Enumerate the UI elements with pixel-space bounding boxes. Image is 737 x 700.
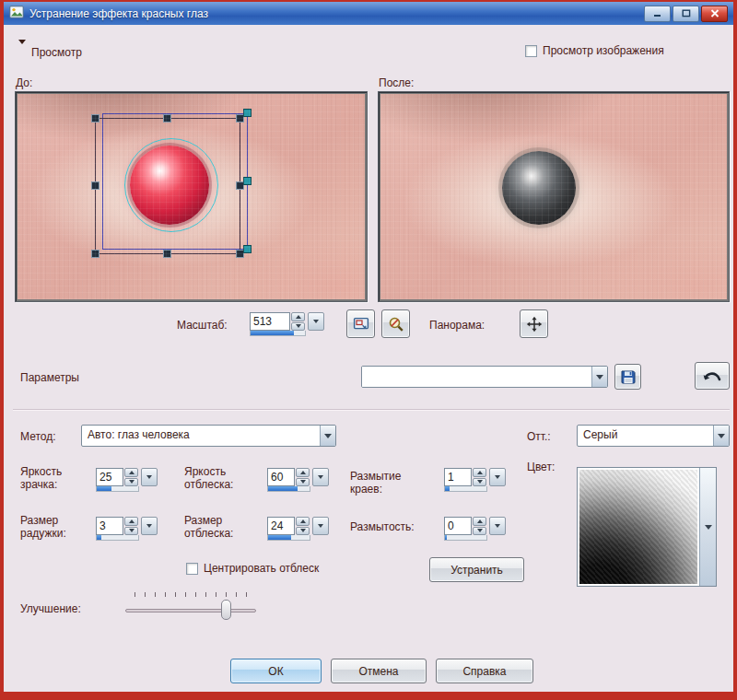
save-icon [620, 368, 637, 385]
refine-label: Улучшение: [20, 602, 81, 615]
method-dropdown-arrow-icon [320, 426, 335, 446]
before-label: До: [16, 76, 32, 89]
slider-thumb[interactable] [221, 600, 231, 620]
reset-to-default-button[interactable] [695, 362, 730, 390]
method-combobox[interactable]: Авто: глаз человека [81, 425, 336, 447]
ok-button[interactable]: ОК [230, 659, 322, 683]
value-meter [267, 486, 310, 492]
presets-label: Параметры [20, 371, 79, 384]
window-title: Устранение эффекта красных глаз [29, 7, 208, 20]
blur-control [444, 517, 509, 542]
zoom-input[interactable] [250, 312, 290, 331]
slider-dropdown-button[interactable] [312, 468, 329, 486]
glint-size-label: Размер отблеска: [184, 514, 258, 540]
before-preview-image[interactable] [18, 94, 365, 299]
pupil-lightness-control [96, 468, 160, 493]
glint-lightness-control [267, 468, 332, 493]
spin-up-button[interactable] [296, 468, 310, 477]
maximize-icon [682, 9, 691, 18]
color-swatch-image [579, 470, 697, 584]
pupil-lightness-label: Яркость зрачка: [20, 465, 81, 491]
slider-dropdown-button[interactable] [312, 517, 329, 535]
after-preview-panel [378, 91, 730, 302]
spin-down-button[interactable] [291, 322, 305, 332]
color-picker[interactable] [577, 467, 717, 587]
hue-label: Отт.: [527, 430, 551, 443]
spin-up-button[interactable] [473, 517, 486, 526]
presets-combobox [361, 366, 608, 388]
selection-handle[interactable] [91, 250, 99, 258]
refine-slider [125, 591, 256, 624]
fit-to-window-icon [353, 316, 369, 332]
hue-dropdown-arrow-icon [713, 426, 729, 446]
zoom-spinner [290, 312, 305, 331]
remove-button[interactable]: Устранить [429, 557, 524, 582]
iris-size-input[interactable] [96, 517, 123, 535]
selection-handle[interactable] [163, 114, 171, 122]
spin-down-button[interactable] [124, 478, 138, 487]
spin-up-button[interactable] [124, 468, 138, 477]
selection-handle[interactable] [91, 114, 99, 122]
after-label: После: [379, 76, 414, 89]
preview-section-toggle[interactable]: Просмотр [18, 44, 82, 61]
spin-down-button[interactable] [296, 478, 310, 487]
iris-size-label: Размер радужки: [20, 514, 81, 540]
value-meter [96, 486, 139, 492]
section-divider [13, 409, 730, 411]
selection-handle[interactable] [91, 181, 99, 190]
presets-input[interactable] [362, 367, 591, 387]
selection-handle[interactable] [163, 250, 171, 258]
spin-down-button[interactable] [124, 527, 138, 536]
pupil-lightness-input[interactable] [96, 468, 123, 486]
spin-up-button[interactable] [473, 468, 486, 477]
center-glint-row: Центрировать отблеск [186, 562, 319, 575]
after-preview-image[interactable] [380, 94, 727, 299]
blur-input[interactable] [444, 517, 472, 535]
spin-up-button[interactable] [124, 517, 138, 526]
slider-track[interactable] [125, 609, 256, 612]
value-meter [267, 535, 310, 541]
selection-handle-secondary[interactable] [243, 109, 252, 117]
zoom-slider-dropdown-button[interactable] [308, 312, 324, 331]
spin-down-button[interactable] [473, 527, 486, 536]
color-label: Цвет: [527, 461, 555, 473]
glint-lightness-input[interactable] [267, 468, 295, 486]
cancel-button[interactable]: Отмена [331, 659, 427, 683]
value-meter [444, 535, 487, 541]
glint-size-input[interactable] [267, 517, 295, 535]
presets-dropdown-button[interactable] [591, 367, 607, 387]
slider-dropdown-button[interactable] [141, 517, 158, 535]
spin-down-button[interactable] [296, 527, 310, 536]
center-glint-checkbox[interactable] [186, 563, 198, 575]
red-eye-dialog: Устранение эффекта красных глаз Просмотр… [0, 0, 737, 700]
fit-to-window-button[interactable] [346, 309, 375, 338]
value-meter [96, 535, 139, 541]
reset-icon [702, 368, 722, 384]
slider-dropdown-button[interactable] [141, 468, 158, 486]
save-preset-button[interactable] [614, 364, 641, 390]
slider-dropdown-button[interactable] [489, 468, 506, 486]
feather-label: Размытие краев: [350, 470, 416, 496]
spin-up-button[interactable] [291, 312, 305, 321]
spin-up-button[interactable] [296, 517, 310, 526]
zoom-control [250, 312, 333, 337]
color-dropdown-button[interactable] [699, 468, 716, 586]
titlebar: Устранение эффекта красных глаз [4, 2, 733, 25]
selection-box[interactable] [95, 118, 240, 254]
zoom-reset-button[interactable] [381, 309, 410, 338]
spin-down-button[interactable] [473, 478, 486, 487]
feather-input[interactable] [444, 468, 472, 486]
pan-button[interactable] [520, 309, 548, 338]
preview-image-checkbox-label: Просмотр изображения [543, 44, 664, 57]
slider-dropdown-button[interactable] [489, 517, 506, 535]
close-button[interactable] [701, 6, 728, 22]
help-button[interactable]: Справка [436, 659, 533, 683]
hue-combobox[interactable]: Серый [577, 425, 730, 447]
minimize-button[interactable] [644, 6, 671, 22]
method-value: Авто: глаз человека [82, 426, 320, 446]
selection-handle-secondary[interactable] [243, 245, 252, 253]
maximize-button[interactable] [673, 6, 699, 22]
window-controls [644, 6, 728, 22]
selection-handle-secondary[interactable] [243, 177, 252, 185]
preview-image-checkbox[interactable] [525, 45, 537, 57]
